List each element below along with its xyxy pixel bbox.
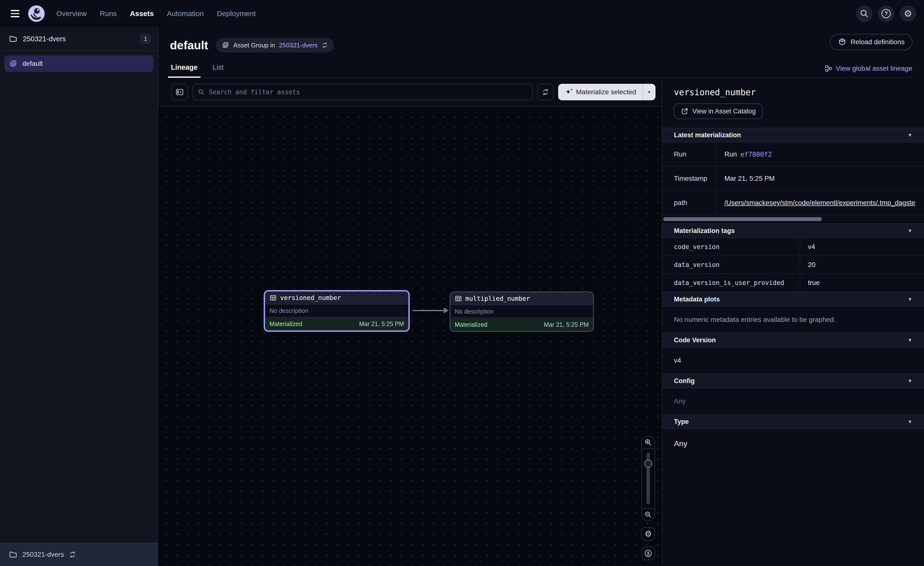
materialized-status: Materialized — [270, 321, 302, 327]
gear-icon: ⚙ — [904, 9, 912, 18]
settings-button[interactable]: ⚙ — [900, 5, 916, 22]
horizontal-scrollbar[interactable] — [663, 217, 923, 221]
question-icon — [882, 9, 891, 18]
section-config[interactable]: Config ▼ — [662, 373, 924, 388]
tag-value: true — [800, 274, 924, 292]
view-global-asset-lineage-link[interactable]: View global asset lineage — [825, 65, 912, 72]
zoom-out-button[interactable] — [642, 508, 654, 521]
section-title: Code Version — [674, 336, 716, 344]
reload-repo-icon[interactable] — [69, 551, 76, 558]
metadata-plots-empty-text: No numeric metadata entries available to… — [662, 307, 924, 333]
sidebar-repo-row[interactable]: 250321-dvers 1 — [0, 27, 158, 51]
nav-overview[interactable]: Overview — [56, 9, 87, 18]
row-key: Timestamp — [662, 167, 717, 190]
zoom-control — [641, 436, 655, 521]
chevron-down-icon: ▼ — [908, 297, 912, 302]
asset-group-icon — [222, 41, 230, 49]
section-materialization-tags[interactable]: Materialization tags ▼ — [662, 223, 924, 238]
asset-node-versioned-number[interactable]: versioned_number No description Material… — [264, 290, 410, 332]
external-link-icon — [681, 107, 688, 115]
run-id-link[interactable]: ef7800f2 — [740, 151, 772, 158]
reload-definitions-button[interactable]: Reload definitions — [830, 34, 912, 50]
row-value: Mar 21, 5:25 PM — [717, 167, 924, 190]
nav-assets[interactable]: Assets — [130, 9, 154, 18]
collapse-sidebar-button[interactable] — [171, 84, 188, 100]
table-row: data_version_is_user_provided true — [662, 274, 924, 292]
nav-automation[interactable]: Automation — [167, 9, 204, 18]
asset-details-panel: versioned_number View in Asset Catalog L… — [662, 78, 924, 566]
table-row: data_version 20 — [662, 256, 924, 274]
canvas-controls: ⚙ — [641, 436, 655, 560]
chevron-down-icon: ▼ — [908, 419, 912, 424]
asset-node-description: No description — [265, 305, 408, 317]
chevron-down-icon: ▼ — [908, 132, 912, 138]
row-key: Run — [662, 142, 717, 166]
asset-node-title: multiplied_number — [465, 295, 530, 302]
refresh-graph-button[interactable] — [537, 84, 554, 100]
asset-node-description: No description — [450, 306, 593, 318]
materialize-label: Materialize selected — [576, 88, 636, 96]
zoom-slider[interactable] — [642, 449, 654, 508]
asset-group-badge: Asset Group in 250321-dvers — [216, 38, 334, 53]
nav-deployment[interactable]: Deployment — [217, 9, 256, 18]
download-icon — [644, 549, 652, 558]
materialized-status: Materialized — [455, 321, 488, 328]
help-button[interactable] — [878, 5, 894, 22]
asset-title: versioned_number — [674, 87, 912, 97]
lineage-canvas[interactable]: versioned_number No description Material… — [158, 107, 662, 566]
zoom-out-icon — [644, 510, 652, 519]
hamburger-menu-icon[interactable] — [7, 5, 23, 22]
cube-reload-icon — [838, 38, 846, 47]
view-in-asset-catalog-button[interactable]: View in Asset Catalog — [674, 104, 762, 119]
search-button[interactable] — [856, 5, 873, 22]
tab-list[interactable]: List — [212, 63, 225, 77]
scrollbar-thumb[interactable] — [663, 217, 822, 221]
tag-value: 20 — [800, 256, 924, 274]
section-type[interactable]: Type ▼ — [662, 414, 924, 429]
sparkle-icon: ✦✦ — [564, 88, 572, 96]
page-header: default Asset Group in 250321-dvers Relo… — [158, 27, 924, 78]
section-latest-materialization[interactable]: Latest materialization ▼ — [662, 128, 924, 142]
path-link[interactable]: /Users/smackesey/stm/code/elementl/exper… — [724, 199, 915, 207]
asset-search-field — [192, 84, 533, 100]
tab-lineage[interactable]: Lineage — [170, 63, 199, 77]
dagster-octopus-icon — [27, 5, 46, 23]
graph-toolbar: ✦✦ Materialize selected ▾ — [158, 78, 662, 107]
nav-runs[interactable]: Runs — [100, 9, 117, 18]
section-title: Config — [674, 377, 694, 385]
zoom-in-icon — [644, 438, 652, 447]
materialize-selected-button[interactable]: ✦✦ Materialize selected — [558, 84, 642, 100]
download-graph-button[interactable] — [641, 546, 655, 560]
code-version-value: v4 — [662, 348, 924, 373]
search-icon — [198, 89, 205, 96]
footer-repo-name: 250321-dvers — [22, 551, 64, 558]
section-metadata-plots[interactable]: Metadata plots ▼ — [662, 292, 924, 307]
zoom-in-button[interactable] — [642, 436, 654, 449]
config-value: Any — [662, 388, 924, 414]
materialize-dropdown-caret[interactable]: ▾ — [642, 84, 656, 100]
graph-settings-button[interactable]: ⚙ — [641, 527, 655, 541]
top-navigation-bar: Overview Runs Assets Automation Deployme… — [0, 0, 924, 27]
dagster-logo[interactable] — [27, 5, 46, 23]
sidebar-item-default[interactable]: default — [4, 56, 153, 72]
asset-search-input[interactable] — [209, 89, 528, 96]
table-icon — [455, 295, 462, 302]
section-title: Type — [674, 418, 689, 426]
badge-prefix: Asset Group in — [233, 42, 275, 49]
asset-group-icon — [9, 60, 18, 68]
table-row: Timestamp Mar 21, 5:25 PM — [662, 167, 924, 191]
zoom-slider-knob[interactable] — [644, 460, 652, 468]
sidebar-item-label: default — [22, 60, 43, 68]
row-key: path — [662, 191, 717, 215]
panel-collapse-icon — [175, 87, 184, 97]
section-title: Materialization tags — [674, 227, 735, 235]
primary-nav: Overview Runs Assets Automation Deployme… — [56, 9, 256, 18]
badge-repo-link[interactable]: 250321-dvers — [279, 42, 318, 49]
chevron-down-icon: ▾ — [648, 89, 650, 95]
table-icon — [270, 294, 277, 301]
tag-value: v4 — [800, 238, 924, 256]
tag-key: code_version — [662, 238, 800, 256]
sync-icon — [321, 42, 328, 48]
section-code-version[interactable]: Code Version ▼ — [662, 333, 924, 348]
asset-node-multiplied-number[interactable]: multiplied_number No description Materia… — [450, 292, 594, 332]
